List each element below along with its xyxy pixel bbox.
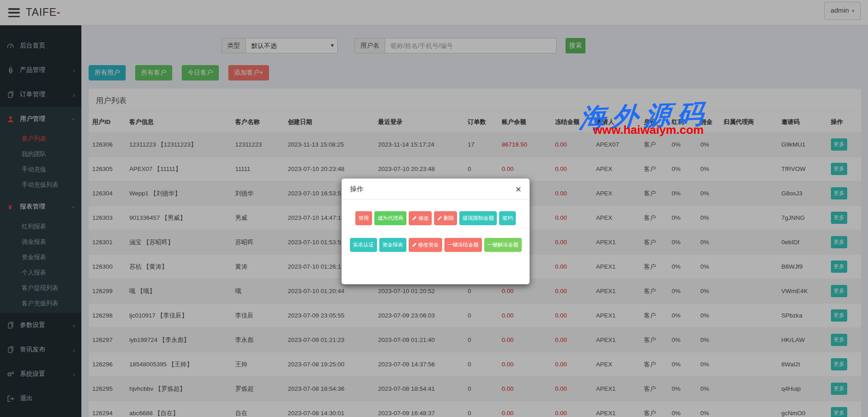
modal-action-label: 一键解冻金额 [487, 242, 519, 248]
modal-action-label: 提现限制金额 [462, 215, 494, 222]
modal-action-label: 资金报表 [382, 242, 403, 248]
modal-action-修改[interactable]: 修改 [409, 211, 432, 225]
modal-action-成为代理商[interactable]: 成为代理商 [374, 211, 407, 225]
modal-action-label: 修改资金 [418, 242, 439, 248]
modal-action-label: 修改 [418, 215, 429, 222]
modal-action-label: 实名认证 [353, 242, 374, 248]
modal-action-禁用[interactable]: 禁用 [355, 211, 372, 225]
modal-action-label: 成为代理商 [377, 215, 404, 222]
close-icon[interactable]: × [515, 186, 521, 193]
modal-action-修改资金[interactable]: 修改资金 [409, 238, 442, 252]
operations-modal: 操作 × 禁用成为代理商修改删除提现限制金额签约 实名认证资金报表修改资金一键冻… [341, 178, 530, 284]
modal-actions-row-1: 禁用成为代理商修改删除提现限制金额签约 [350, 211, 521, 225]
modal-action-删除[interactable]: 删除 [434, 211, 457, 225]
modal-action-实名认证[interactable]: 实名认证 [350, 238, 377, 252]
modal-actions-row-2: 实名认证资金报表修改资金一键冻结金额一键解冻金额 [350, 238, 521, 252]
modal-action-label: 一键冻结金额 [448, 242, 479, 248]
modal-title: 操作 [350, 185, 363, 194]
modal-action-label: 禁用 [359, 215, 369, 222]
modal-action-签约[interactable]: 签约 [499, 211, 516, 225]
pencil-icon [412, 242, 417, 247]
modal-body: 禁用成为代理商修改删除提现限制金额签约 实名认证资金报表修改资金一键冻结金额一键… [342, 199, 529, 252]
modal-header: 操作 × [342, 179, 529, 199]
modal-action-资金报表[interactable]: 资金报表 [379, 238, 406, 252]
pencil-icon [437, 216, 442, 221]
modal-action-一键解冻金额[interactable]: 一键解冻金额 [484, 238, 522, 252]
modal-action-提现限制金额[interactable]: 提现限制金额 [459, 211, 497, 225]
modal-action-一键冻结金额[interactable]: 一键冻结金额 [444, 238, 482, 252]
modal-action-label: 删除 [443, 215, 454, 222]
modal-action-label: 签约 [502, 215, 513, 222]
pencil-icon [412, 216, 417, 221]
